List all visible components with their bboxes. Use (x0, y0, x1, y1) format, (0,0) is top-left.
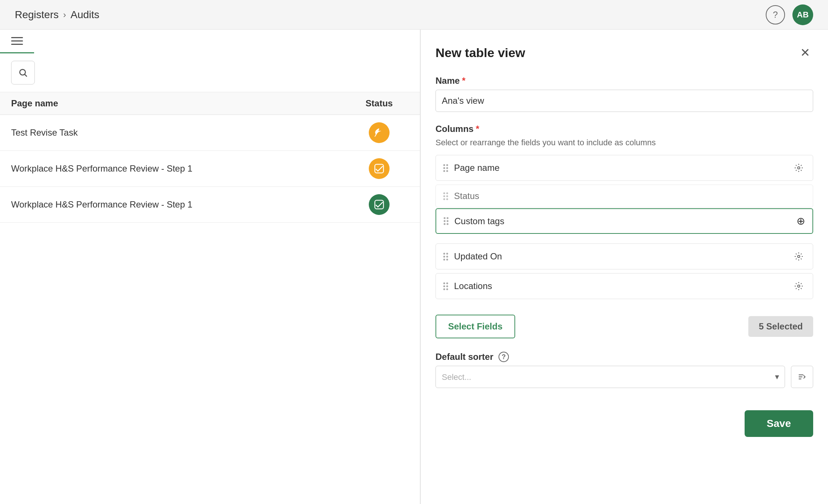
breadcrumb: Registers › Audits (15, 9, 99, 21)
status-badge-orange (369, 122, 390, 143)
header-icons: ? AB (766, 4, 813, 25)
table-row[interactable]: Workplace H&S Performance Review - Step … (0, 187, 420, 223)
svg-point-4 (798, 167, 800, 169)
drag-handle[interactable] (443, 164, 448, 172)
column-header-pagename: Page name (11, 98, 350, 109)
name-label: Name * (435, 76, 813, 86)
drag-handle[interactable] (443, 192, 448, 200)
columns-subtitle: Select or rearrange the fields you want … (435, 138, 813, 147)
status-badge-green (369, 194, 390, 215)
column-name: Page name (454, 163, 792, 173)
settings-icon[interactable] (792, 161, 805, 175)
breadcrumb-audits[interactable]: Audits (70, 9, 99, 21)
required-indicator: * (476, 124, 479, 134)
row-name: Workplace H&S Performance Review - Step … (11, 199, 350, 210)
column-name: Locations (454, 281, 792, 291)
svg-point-5 (798, 255, 800, 258)
save-button[interactable]: Save (745, 410, 813, 437)
table-header: Page name Status (0, 92, 420, 115)
settings-icon[interactable] (792, 279, 805, 293)
search-button[interactable] (11, 61, 35, 84)
row-name: Workplace H&S Performance Review - Step … (11, 163, 350, 174)
row-status (350, 194, 409, 215)
row-status (350, 122, 409, 143)
close-button[interactable]: ✕ (797, 44, 813, 61)
sorter-select[interactable]: Select... (435, 366, 785, 388)
left-panel: Page name Status Test Revise Task Workpl… (0, 30, 420, 504)
sorter-section: Default sorter ? Select... ▾ (435, 352, 813, 388)
select-fields-row: Select Fields 5 Selected (435, 315, 813, 338)
search-area (0, 53, 420, 92)
row-status (350, 158, 409, 179)
sorter-help-icon[interactable]: ? (499, 352, 509, 362)
panel-title: New table view (435, 46, 525, 60)
breadcrumb-registers[interactable]: Registers (15, 9, 59, 21)
column-name: Status (454, 191, 805, 201)
drag-handle[interactable] (444, 217, 448, 225)
sort-order-button[interactable] (791, 366, 813, 388)
hamburger-icon[interactable] (11, 37, 23, 45)
name-field-section: Name * (435, 76, 813, 112)
table-row[interactable]: Test Revise Task (0, 115, 420, 151)
sorter-select-wrapper: Select... ▾ (435, 366, 785, 388)
status-badge-orange (369, 158, 390, 179)
svg-point-6 (798, 285, 800, 287)
drag-handle[interactable] (443, 282, 448, 290)
sorter-row: Select... ▾ (435, 366, 813, 388)
help-icon[interactable]: ? (766, 5, 785, 24)
top-header: Registers › Audits ? AB (0, 0, 828, 30)
main-content: Page name Status Test Revise Task Workpl… (0, 30, 828, 504)
column-item-updatedon[interactable]: Updated On (435, 243, 813, 269)
svg-line-1 (25, 74, 27, 76)
right-panel: New table view ✕ Name * Columns * Select… (420, 30, 828, 504)
selected-count-badge: 5 Selected (748, 316, 813, 337)
settings-icon[interactable] (792, 250, 805, 263)
panel-header: New table view ✕ (435, 44, 813, 61)
svg-rect-3 (375, 200, 383, 209)
column-item-status[interactable]: Status (435, 185, 813, 208)
column-item-customtags[interactable]: Custom tags ⊕ (435, 208, 813, 234)
columns-label: Columns * (435, 124, 813, 134)
left-panel-toolbar (0, 30, 34, 53)
drag-handle[interactable] (443, 253, 448, 261)
column-name: Custom tags (454, 216, 794, 226)
select-fields-button[interactable]: Select Fields (435, 315, 515, 338)
required-indicator: * (462, 76, 465, 86)
svg-rect-2 (375, 164, 383, 173)
row-name: Test Revise Task (11, 127, 350, 138)
column-item-pagename[interactable]: Page name (435, 155, 813, 181)
column-name: Updated On (454, 251, 792, 262)
columns-section: Columns * Select or rearrange the fields… (435, 124, 813, 303)
table-row[interactable]: Workplace H&S Performance Review - Step … (0, 151, 420, 187)
avatar[interactable]: AB (792, 4, 813, 25)
name-input[interactable] (435, 90, 813, 112)
column-header-status: Status (350, 98, 409, 109)
column-item-locations[interactable]: Locations (435, 273, 813, 299)
sorter-label: Default sorter ? (435, 352, 813, 362)
plus-icon[interactable]: ⊕ (796, 215, 805, 227)
breadcrumb-separator: › (63, 10, 66, 20)
